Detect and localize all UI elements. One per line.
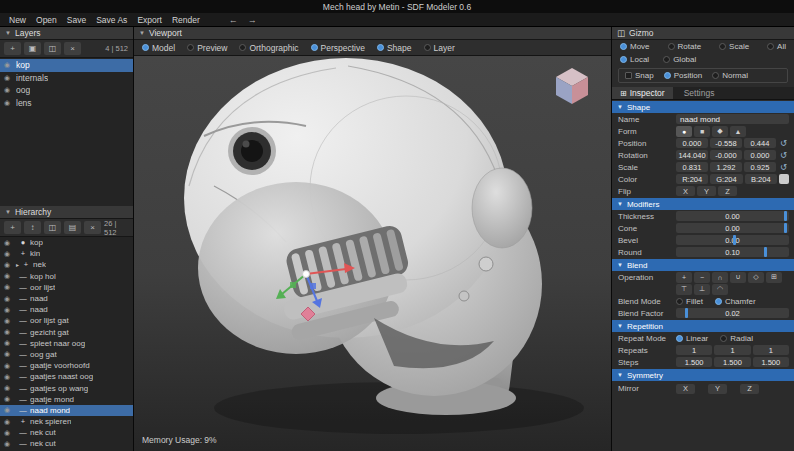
expand-arrow-icon[interactable]: ▸ xyxy=(16,261,19,268)
color-swatch[interactable] xyxy=(779,174,789,184)
slider-handle[interactable] xyxy=(764,247,767,257)
duplicate-layer-icon[interactable]: ◫ xyxy=(44,42,61,55)
slider-handle[interactable] xyxy=(685,308,688,318)
steps-field[interactable]: 1.500 xyxy=(676,357,712,367)
global-radio[interactable]: Global xyxy=(663,55,696,64)
reset-scale-icon[interactable]: ↺ xyxy=(778,162,789,172)
fillet-radio[interactable]: Fillet xyxy=(676,297,703,306)
layer-radio[interactable]: Layer xyxy=(424,43,455,53)
op-bottom-icon[interactable]: ⊥ xyxy=(694,284,710,295)
scale-field[interactable]: 0.831 xyxy=(676,162,708,172)
mirror-z-button[interactable]: Z xyxy=(740,384,759,394)
visibility-eye-icon[interactable]: ◉ xyxy=(4,350,13,358)
op-top-icon[interactable]: ⊤ xyxy=(676,284,692,295)
viewport-canvas[interactable]: Memory Usage: 9% xyxy=(134,56,611,451)
slider-handle[interactable] xyxy=(784,211,787,221)
hierarchy-item[interactable]: ◉ — nek cut xyxy=(0,427,133,438)
visibility-eye-icon[interactable]: ◉ xyxy=(4,418,13,426)
menu-item[interactable]: New xyxy=(4,15,31,25)
form-cone-icon[interactable]: ▲ xyxy=(730,126,746,137)
linear-radio[interactable]: Linear xyxy=(676,334,708,343)
repetition-section-header[interactable]: ▼ Repetition xyxy=(612,320,794,332)
scale-field[interactable]: 0.925 xyxy=(744,162,776,172)
layer-item[interactable]: ◉ lens xyxy=(0,97,133,110)
mirror-x-button[interactable]: X xyxy=(676,384,695,394)
repeats-field[interactable]: 1 xyxy=(714,345,750,355)
layer-item[interactable]: ◉ internals xyxy=(0,72,133,85)
viewport-header[interactable]: ▼ Viewport xyxy=(134,27,611,40)
scale-radio[interactable]: Scale xyxy=(719,42,749,51)
rotation-field[interactable]: 0.000 xyxy=(744,150,776,160)
hierarchy-item[interactable]: ◉ — gaatjes naast oog xyxy=(0,371,133,382)
blend-factor-slider[interactable]: 0.02 xyxy=(676,308,789,318)
visibility-eye-icon[interactable]: ◉ xyxy=(4,440,13,448)
hierarchy-item[interactable]: ◉ — spleet naar oog xyxy=(0,338,133,349)
hierarchy-item[interactable]: ◉ — naad xyxy=(0,304,133,315)
repeats-field[interactable]: 1 xyxy=(676,345,712,355)
shape-section-header[interactable]: ▼ Shape xyxy=(612,101,794,113)
hierarchy-item[interactable]: ◉ — naad xyxy=(0,293,133,304)
menu-item[interactable]: Open xyxy=(31,15,62,25)
visibility-eye-icon[interactable]: ◉ xyxy=(4,328,13,336)
visibility-eye-icon[interactable]: ◉ xyxy=(4,283,13,291)
hierarchy-item[interactable]: ◉ — gaatjes op wang xyxy=(0,382,133,393)
tab-inspector[interactable]: ⊞ Inspector xyxy=(612,87,673,99)
visibility-eye-icon[interactable]: ◉ xyxy=(4,373,13,381)
layers-header[interactable]: ▼ Layers xyxy=(0,27,133,40)
duplicate-shape-icon[interactable]: ◫ xyxy=(44,221,61,234)
visibility-eye-icon[interactable]: ◉ xyxy=(4,99,13,107)
visibility-eye-icon[interactable]: ◉ xyxy=(4,362,13,370)
hierarchy-item[interactable]: ◉ + nek spieren xyxy=(0,416,133,427)
local-radio[interactable]: Local xyxy=(620,55,649,64)
hierarchy-item[interactable]: ◉ — oor lijst xyxy=(0,282,133,293)
menu-item[interactable]: Save xyxy=(62,15,91,25)
visibility-eye-icon[interactable]: ◉ xyxy=(4,317,13,325)
op-paint-icon[interactable]: ∪ xyxy=(730,272,746,283)
color-channel-field[interactable]: G:204 xyxy=(710,174,742,184)
visibility-eye-icon[interactable]: ◉ xyxy=(4,384,13,392)
position-field[interactable]: -0.558 xyxy=(710,138,742,148)
modifier-slider[interactable]: 0.00 xyxy=(676,223,789,233)
menu-item[interactable]: Export xyxy=(132,15,167,25)
op-displace-icon[interactable]: ◇ xyxy=(748,272,764,283)
undo-back-icon[interactable]: ← xyxy=(229,15,238,25)
op-intersect-icon[interactable]: ∩ xyxy=(712,272,728,283)
visibility-eye-icon[interactable]: ◉ xyxy=(4,306,13,314)
op-morph-icon[interactable]: ⊞ xyxy=(766,272,782,283)
visibility-eye-icon[interactable]: ◉ xyxy=(4,339,13,347)
radial-radio[interactable]: Radial xyxy=(720,334,753,343)
visibility-eye-icon[interactable]: ◉ xyxy=(4,250,13,258)
hierarchy-item[interactable]: ◉ — nek cut xyxy=(0,438,133,449)
position-field[interactable]: 0.444 xyxy=(744,138,776,148)
reorder-icon[interactable]: ↕ xyxy=(24,221,41,234)
rotate-radio[interactable]: Rotate xyxy=(668,42,702,51)
hierarchy-item[interactable]: ◉ — oog gat xyxy=(0,349,133,360)
repeats-field[interactable]: 1 xyxy=(753,345,789,355)
modifier-slider[interactable]: 0.00 xyxy=(676,211,789,221)
slider-handle[interactable] xyxy=(733,235,736,245)
chamfer-radio[interactable]: Chamfer xyxy=(715,297,756,306)
delete-shape-icon[interactable]: × xyxy=(84,221,101,234)
modifier-slider[interactable]: 0.10 xyxy=(676,247,789,257)
orthographic-radio[interactable]: Orthographic xyxy=(239,43,298,53)
hierarchy-item[interactable]: ◉ — kop hol xyxy=(0,271,133,282)
visibility-eye-icon[interactable]: ◉ xyxy=(4,86,13,94)
move-radio[interactable]: Move xyxy=(620,42,650,51)
shape-radio[interactable]: Shape xyxy=(377,43,412,53)
flip-z-button[interactable]: Z xyxy=(718,186,737,196)
hierarchy-item[interactable]: ◉ — oor lijst gat xyxy=(0,315,133,326)
perspective-radio[interactable]: Perspective xyxy=(311,43,365,53)
flip-y-button[interactable]: Y xyxy=(697,186,716,196)
color-channel-field[interactable]: R:204 xyxy=(676,174,708,184)
blend-section-header[interactable]: ▼ Blend xyxy=(612,259,794,271)
steps-field[interactable]: 1.500 xyxy=(714,357,750,367)
op-subtract-icon[interactable]: − xyxy=(694,272,710,283)
name-input[interactable]: naad mond xyxy=(676,114,789,124)
add-shape-icon[interactable]: + xyxy=(4,221,21,234)
preview-toggle[interactable]: Preview xyxy=(187,43,227,53)
scale-field[interactable]: 1.292 xyxy=(710,162,742,172)
hierarchy-item[interactable]: ◉ + kin xyxy=(0,248,133,259)
redo-forward-icon[interactable]: → xyxy=(248,15,257,25)
mirror-y-button[interactable]: Y xyxy=(708,384,727,394)
form-sphere-icon[interactable]: ● xyxy=(676,126,692,137)
